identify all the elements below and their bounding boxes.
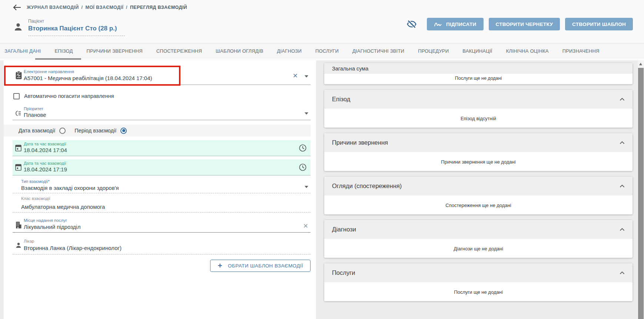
breadcrumb-item[interactable]: ЖУРНАЛ ВЗАЄМОДІЙ [27, 5, 79, 10]
choose-template-label: ОБРАТИ ШАБЛОН ВЗАЄМОДІЇ [228, 263, 303, 269]
radio-option[interactable]: Період взаємодії [74, 128, 127, 134]
chevron-up-icon [620, 98, 625, 101]
sign-button[interactable]: ПІДПИСАТИ [427, 18, 484, 30]
breadcrumb: ЖУРНАЛ ВЗАЄМОДІЙ / МОЇ ВЗАЄМОДІЇ / ПЕРЕГ… [13, 3, 187, 11]
tab[interactable]: СПОСТЕРЕЖЕННЯ [156, 48, 202, 54]
scrollbar-up-arrow[interactable] [639, 63, 642, 65]
summary-card-header[interactable]: Огляди (спостереження) [324, 177, 633, 195]
tab[interactable]: ЗАГАЛЬНІ ДАНІ [4, 48, 41, 54]
tabbar-hscrollbar-thumb[interactable] [35, 58, 81, 60]
breadcrumb-item[interactable]: МОЇ ВЗАЄМОДІЇ [85, 5, 123, 10]
create-template-button[interactable]: СТВОРИТИ ШАБЛОН [565, 18, 633, 30]
auto-close-checkbox-label: Автоматично погасити направлення [24, 93, 114, 99]
signature-icon [434, 22, 443, 27]
summary-card: Послуги Послуги ще не додані [324, 263, 633, 301]
left-gutter [0, 60, 4, 319]
referral-field[interactable]: Електронне направлення A57001 - Медична … [13, 67, 311, 85]
main-content: Електронне направлення A57001 - Медична … [0, 60, 644, 319]
summary-card-header[interactable]: Послуги [324, 263, 633, 282]
summary-card-body: Діагнози ще не додані [324, 239, 633, 258]
scrollbar-thumb[interactable] [638, 68, 644, 319]
tab[interactable]: ЕПІЗОД [54, 48, 73, 54]
summary-card-header[interactable]: Епізод [324, 90, 633, 109]
checkbox-icon [13, 93, 20, 99]
sign-button-label: ПІДПИСАТИ [446, 22, 477, 27]
priority-dropdown-icon[interactable] [305, 112, 308, 115]
tab[interactable]: ПРИЧИНИ ЗВЕРНЕННЯ [87, 48, 143, 54]
date-end-label: Дата та час взаємодії [24, 161, 66, 165]
service-place-field[interactable]: Місце надання послуг Лікувальний підрозд… [13, 218, 311, 233]
tab[interactable]: ПРИЗНАЧЕННЯ [562, 48, 600, 54]
summary-empty-text: Діагнози ще не додані [454, 246, 503, 251]
priority-value: Планове [24, 112, 46, 118]
tab[interactable]: ДІАГНОСТИЧНІ ЗВІТИ [352, 48, 404, 54]
summary-card-body: Послуги ще не додані [324, 74, 633, 84]
summary-card-title: Загальна сума [332, 66, 368, 72]
create-draft-button[interactable]: СТВОРИТИ ЧЕРНЕТКУ [489, 18, 560, 30]
tab[interactable]: ВАКЦИНАЦІЇ [462, 48, 492, 54]
header-actions: ПІДПИСАТИ СТВОРИТИ ЧЕРНЕТКУ СТВОРИТИ ШАБ… [406, 18, 633, 30]
breadcrumb-separator: / [126, 5, 127, 10]
back-button[interactable] [13, 3, 22, 11]
tab-bar: ЗАГАЛЬНІ ДАНІ ЕПІЗОД ПРИЧИНИ ЗВЕРНЕННЯ С… [0, 43, 644, 59]
interaction-type-dropdown-icon[interactable] [305, 186, 308, 188]
summary-card: Діагнози Діагнози ще не додані [324, 220, 633, 258]
referral-clear-icon[interactable]: ✕ [293, 73, 298, 79]
radio-icon [59, 128, 66, 134]
tab[interactable]: ПРОЦЕДУРИ [418, 48, 449, 54]
breadcrumb-separator: / [82, 5, 83, 10]
date-end-field[interactable]: Дата та час взаємодії 18.04.2024 17:19 [13, 160, 311, 175]
summary-card: Огляди (спостереження) Спостереження ще … [324, 177, 633, 214]
breadcrumb-items: ЖУРНАЛ ВЗАЄМОДІЙ / МОЇ ВЗАЄМОДІЇ / ПЕРЕГ… [27, 5, 187, 10]
priority-icon [14, 109, 22, 119]
tab-label: ШАБЛОНИ ОГЛЯДІВ [216, 48, 263, 54]
patient-label: Пацієнт [28, 19, 117, 24]
tab[interactable]: ДІАГНОЗИ [277, 48, 302, 54]
patient-name-link[interactable]: Вторинка Пацієнт Сто (28 р.) [28, 25, 117, 32]
tab-label: ВАКЦИНАЦІЇ [462, 48, 492, 54]
referral-dropdown-icon[interactable] [305, 75, 308, 78]
interaction-type-value: Взаємодія в закладі охорони здоров'я [21, 185, 119, 191]
tab[interactable]: ШАБЛОНИ ОГЛЯДІВ [216, 48, 263, 54]
tab-label: КЛІНІЧНА ОЦІНКА [506, 48, 549, 54]
radio-option[interactable]: Дата взаємодії [19, 128, 66, 134]
chevron-up-icon [620, 141, 625, 144]
summary-card-header[interactable]: Причини звернення [324, 133, 633, 152]
summary-card: Загальна сума Послуги ще не додані [324, 63, 633, 84]
tab[interactable]: КЛІНІЧНА ОЦІНКА [506, 48, 549, 54]
interaction-class-field[interactable]: Клас взаємодії Амбулаторна медична допом… [13, 195, 311, 213]
visibility-off-button[interactable] [406, 19, 417, 29]
breadcrumb-current: ПЕРЕГЛЯД ВЗАЄМОДІЙ [130, 5, 187, 10]
auto-close-checkbox-row[interactable]: Автоматично погасити направлення [13, 92, 162, 101]
summary-card: Епізод Епізод відсутній [324, 90, 633, 128]
tab[interactable]: ПОСЛУГИ [315, 48, 339, 54]
chevron-up-icon [620, 271, 625, 274]
summary-card-header: Загальна сума [324, 63, 633, 74]
summary-card-body: Причини звернення ще не додані [324, 152, 633, 171]
interaction-type-label: Тип взаємодії* [21, 179, 50, 184]
referral-label: Електронне направлення [24, 69, 74, 74]
clock-icon[interactable] [299, 144, 307, 154]
interaction-class-label: Клас взаємодії [21, 196, 50, 201]
patient-text: Пацієнт Вторинка Пацієнт Сто (28 р.) [28, 19, 125, 36]
patient-avatar-icon [13, 22, 23, 33]
choose-interaction-template-button[interactable]: + ОБРАТИ ШАБЛОН ВЗАЄМОДІЇ [210, 260, 311, 272]
summary-card-title: Послуги [332, 269, 355, 276]
radio-icon [120, 128, 127, 134]
service-place-clear-icon[interactable]: ✕ [303, 223, 308, 229]
summary-empty-text: Причини звернення ще не додані [441, 159, 515, 165]
clock-icon[interactable] [299, 163, 307, 173]
summary-card-title: Діагнози [332, 226, 356, 233]
tab-label: СПОСТЕРЕЖЕННЯ [156, 48, 202, 54]
interaction-type-field[interactable]: Тип взаємодії* Взаємодія в закладі охоро… [13, 179, 311, 193]
date-start-field[interactable]: Дата та час взаємодії 18.04.2024 17:04 [13, 140, 311, 156]
summary-card-header[interactable]: Діагнози [324, 220, 633, 239]
calendar-icon [15, 163, 22, 172]
summary-empty-text: Епізод відсутній [461, 116, 496, 121]
doctor-label: Лікар [24, 239, 34, 243]
page-header: ЖУРНАЛ ВЗАЄМОДІЙ / МОЇ ВЗАЄМОДІЇ / ПЕРЕГ… [0, 0, 644, 59]
priority-field[interactable]: Пріоритет Планове [13, 106, 311, 120]
date-end-value: 18.04.2024 17:19 [24, 166, 67, 172]
doctor-field[interactable]: Лікар Вторинна Ланка (Лікар-ендокринолог… [13, 238, 311, 254]
tab-label: ЕПІЗОД [54, 48, 73, 54]
